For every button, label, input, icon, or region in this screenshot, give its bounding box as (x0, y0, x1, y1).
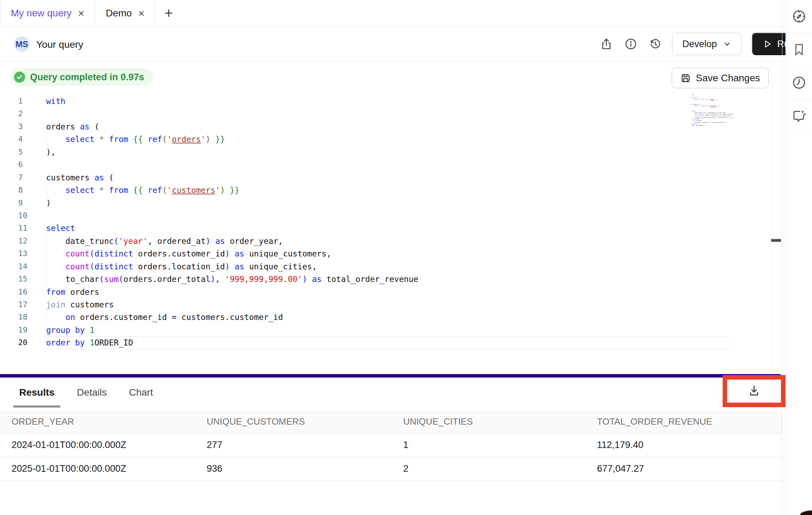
indent-guide (46, 235, 47, 247)
sql-ide-window: My new query × Demo × + MS Your query De… (0, 0, 812, 515)
bookmark-icon (792, 42, 806, 57)
line-number: 1 (0, 95, 46, 107)
code-line[interactable]: 15 to_char(sum(orders.order_total), '999… (0, 273, 771, 285)
tab-details[interactable]: Details (71, 378, 113, 408)
chat-sparkle-icon (791, 108, 807, 124)
save-changes-button[interactable]: Save Changes (672, 68, 769, 88)
scrollbar-track (771, 61, 771, 374)
avatar: MS (14, 36, 30, 52)
tab-demo[interactable]: Demo × (95, 0, 155, 27)
line-number: 3 (0, 120, 46, 133)
history-icon[interactable] (648, 36, 663, 52)
annotation-highlight (723, 375, 785, 407)
scrollbar-thumb[interactable] (771, 239, 781, 242)
tab-results[interactable]: Results (13, 378, 60, 408)
line-number: 6 (0, 158, 46, 171)
indent-guide (46, 273, 47, 285)
code-line[interactable]: 17join customers (0, 298, 771, 311)
results-table: ORDER_YEARUNIQUE_CUSTOMERSUNIQUE_CITIEST… (0, 410, 782, 481)
new-tab-button[interactable]: + (155, 0, 182, 27)
tab-label: Demo (106, 8, 132, 19)
download-results-button[interactable] (746, 383, 762, 399)
line-number: 20 (0, 336, 46, 349)
code-line[interactable]: 14 count(distinct orders.location_id) as… (0, 260, 771, 273)
line-number: 9 (0, 197, 46, 209)
column-header: UNIQUE_CITIES (403, 416, 597, 427)
sidebar-item-explore[interactable] (786, 0, 812, 33)
sidebar-item-assistant[interactable] (786, 99, 812, 133)
table-cell: 277 (207, 440, 403, 450)
query-status-badge: Query completed in 0.97s (10, 68, 153, 86)
table-cell: 677,047.27 (597, 463, 782, 474)
code-line[interactable]: 18 on orders.customer_id = customers.cus… (0, 311, 771, 323)
line-number: 19 (0, 324, 46, 336)
results-tab-bar: Results Details Chart (0, 378, 782, 408)
page-title: Your query (36, 39, 83, 50)
download-icon (746, 383, 762, 399)
line-number: 17 (0, 298, 46, 311)
info-icon[interactable] (623, 36, 638, 52)
panel-border (782, 0, 782, 515)
line-number: 10 (0, 209, 46, 222)
code-line[interactable]: 20order by 1ORDER_ID (0, 336, 771, 349)
line-number: 2 (0, 107, 46, 120)
indent-guide (46, 260, 47, 273)
code-line[interactable]: 8 select * from {{ ref('customers') }} (0, 184, 771, 196)
code-line[interactable]: 16from orders (0, 286, 771, 298)
minimap[interactable]: withorders as ( select * from {{ ref('or… (692, 94, 733, 129)
line-number: 11 (0, 222, 46, 234)
tab-bar: My new query × Demo × + (0, 0, 782, 27)
right-sidebar (785, 0, 812, 515)
code-line[interactable]: 19group by 1 (0, 324, 771, 336)
code-line[interactable]: 13 count(distinct orders.customer_id) as… (0, 247, 771, 260)
indent-guide (46, 133, 47, 145)
play-icon (762, 39, 772, 49)
save-icon (680, 73, 691, 83)
code-line[interactable]: 11select (0, 222, 771, 234)
table-cell: 112,179.40 (597, 440, 782, 450)
compass-icon (791, 9, 807, 24)
line-number: 5 (0, 146, 46, 158)
code-line[interactable]: 12 date_trunc('year', ordered_at) as ord… (0, 235, 771, 247)
share-icon[interactable] (599, 36, 614, 52)
indent-guide (46, 311, 47, 323)
code-line[interactable]: 10 (0, 209, 771, 222)
success-check-icon (14, 72, 25, 83)
code-line[interactable]: 1with (0, 95, 771, 107)
tab-my-new-query[interactable]: My new query × (0, 0, 95, 27)
code-line[interactable]: 3orders as ( (0, 120, 771, 133)
column-header: TOTAL_ORDER_REVENUE (597, 416, 782, 427)
panel-splitter[interactable] (0, 374, 781, 378)
develop-dropdown[interactable]: Develop (672, 33, 741, 55)
chevron-down-icon (723, 40, 731, 48)
column-header: ORDER_YEAR (12, 416, 207, 427)
line-number: 8 (0, 184, 46, 196)
tab-chart[interactable]: Chart (123, 378, 159, 408)
table-header-row: ORDER_YEARUNIQUE_CUSTOMERSUNIQUE_CITIEST… (0, 410, 782, 433)
line-number: 7 (0, 171, 46, 184)
code-line[interactable]: 2 (0, 107, 771, 120)
line-number: 13 (0, 247, 46, 260)
tab-label: My new query (11, 8, 72, 19)
indent-guide (46, 247, 47, 260)
code-line[interactable]: 5), (0, 146, 771, 158)
code-line[interactable]: 6 (0, 158, 771, 171)
table-cell: 2025-01-01T00:00:00.000Z (12, 463, 207, 474)
code-line[interactable]: 7customers as ( (0, 171, 771, 184)
indent-guide (46, 184, 47, 196)
code-line[interactable]: 4 select * from {{ ref('orders') }} (0, 133, 771, 145)
table-cell: 936 (207, 463, 403, 474)
line-number: 18 (0, 311, 46, 323)
column-header: UNIQUE_CUSTOMERS (207, 416, 403, 427)
close-tab-icon[interactable]: × (78, 8, 84, 19)
close-tab-icon[interactable]: × (138, 8, 145, 19)
table-row[interactable]: 2025-01-01T00:00:00.000Z9362677,047.27 (0, 457, 782, 481)
sidebar-item-bookmarks[interactable] (786, 33, 812, 66)
save-label: Save Changes (696, 73, 760, 84)
table-row[interactable]: 2024-01-01T00:00:00.000Z2771112,179.40 (0, 433, 782, 457)
sidebar-item-history[interactable] (786, 66, 812, 99)
code-line[interactable]: 9) (0, 197, 771, 209)
line-number: 14 (0, 260, 46, 273)
code-lines[interactable]: 1with23orders as (4 select * from {{ ref… (0, 95, 771, 349)
line-number: 15 (0, 273, 46, 285)
